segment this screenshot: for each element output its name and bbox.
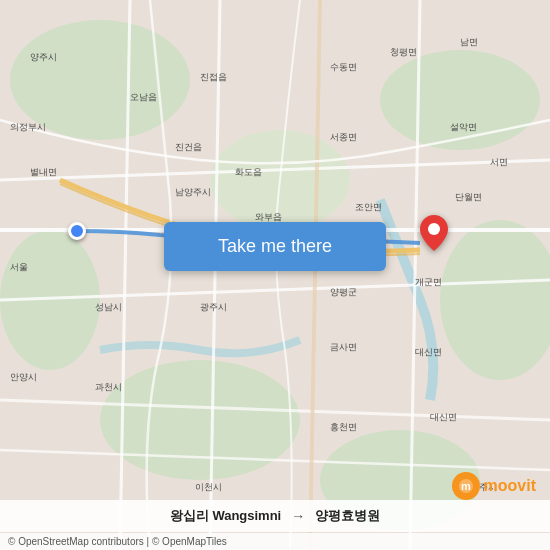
openmaptiles-attribution: © OpenMapTiles [152, 536, 227, 547]
svg-text:화도읍: 화도읍 [235, 167, 262, 177]
svg-text:성남시: 성남시 [95, 302, 122, 312]
svg-text:이천시: 이천시 [195, 482, 222, 492]
svg-text:광주시: 광주시 [200, 302, 227, 312]
route-arrow-icon: → [291, 508, 305, 524]
svg-text:조안면: 조안면 [355, 202, 382, 212]
svg-text:흥천면: 흥천면 [330, 422, 357, 432]
svg-text:서면: 서면 [490, 157, 508, 167]
moovit-brand-name: moovit [484, 477, 536, 495]
svg-text:남면: 남면 [460, 37, 478, 47]
svg-text:설악면: 설악면 [450, 122, 477, 132]
moovit-logo: m moovit [452, 472, 536, 500]
svg-point-2 [380, 50, 540, 150]
svg-text:과천시: 과천시 [95, 382, 122, 392]
svg-text:수동면: 수동면 [330, 62, 357, 72]
svg-text:양평군: 양평군 [330, 287, 357, 297]
svg-text:와부읍: 와부읍 [255, 212, 282, 222]
svg-text:청평면: 청평면 [390, 47, 417, 57]
svg-text:안양시: 안양시 [10, 372, 37, 382]
svg-text:대신면: 대신면 [430, 412, 457, 422]
svg-text:m: m [461, 480, 471, 492]
origin-marker [68, 222, 86, 240]
svg-text:금사면: 금사면 [330, 342, 357, 352]
svg-text:별내면: 별내면 [30, 167, 57, 177]
route-from-label: 왕십리 Wangsimni [170, 507, 281, 525]
map-background: 양주시 남면 의정부시 별내면 오남읍 진접읍 수동면 청평면 진건읍 남양주시… [0, 0, 550, 550]
osm-attribution: © OpenStreetMap contributors [8, 536, 144, 547]
svg-point-5 [100, 360, 300, 480]
map-container: 양주시 남면 의정부시 별내면 오남읍 진접읍 수동면 청평면 진건읍 남양주시… [0, 0, 550, 550]
route-to-label: 양평효병원 [315, 507, 380, 525]
svg-text:진건읍: 진건읍 [175, 142, 202, 152]
svg-text:의정부시: 의정부시 [10, 122, 46, 132]
svg-text:단월면: 단월면 [455, 192, 482, 202]
svg-text:서울: 서울 [10, 262, 28, 272]
svg-point-47 [428, 223, 440, 235]
svg-text:대신면: 대신면 [415, 347, 442, 357]
attribution-bar: © OpenStreetMap contributors | © OpenMap… [0, 533, 550, 550]
attribution-text: © OpenStreetMap contributors | © OpenMap… [8, 536, 227, 547]
svg-text:진접읍: 진접읍 [200, 72, 227, 82]
svg-text:남양주시: 남양주시 [175, 187, 211, 197]
moovit-icon: m [452, 472, 480, 500]
destination-marker [420, 215, 448, 255]
take-me-there-button[interactable]: Take me there [164, 222, 386, 271]
svg-text:양주시: 양주시 [30, 52, 57, 62]
route-labels-bar: 왕십리 Wangsimni → 양평효병원 [0, 500, 550, 532]
svg-text:개군면: 개군면 [415, 277, 442, 287]
svg-text:서종면: 서종면 [330, 132, 357, 142]
svg-text:오남읍: 오남읍 [130, 92, 157, 102]
